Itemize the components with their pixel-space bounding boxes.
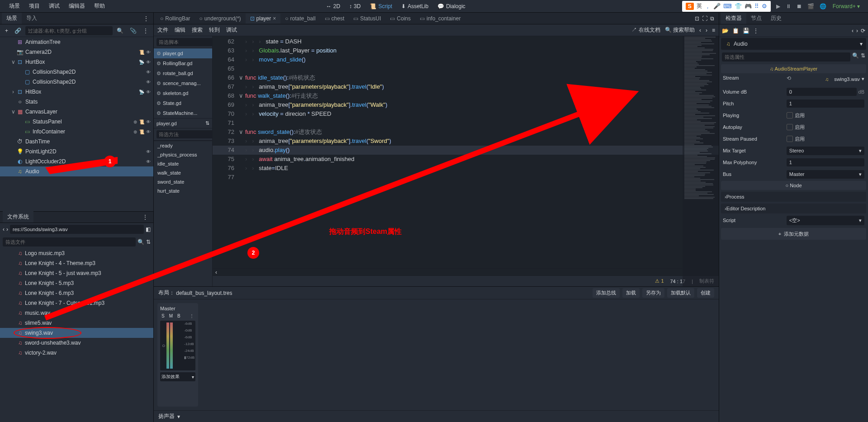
panel-toggle-icon[interactable]: ≡	[712, 27, 715, 33]
code-line[interactable]: 75› › await anima_tree.animation_finishe…	[213, 155, 719, 164]
menu-scene[interactable]: 场景	[5, 0, 24, 12]
code-editor[interactable]: 62› › › state = DASH63› › Globals.last_P…	[213, 36, 719, 286]
load-default-button[interactable]: 加载默认	[667, 288, 694, 298]
script-menu-search[interactable]: 搜索	[192, 26, 203, 34]
tree-node[interactable]: 📷 Camera2D 📜👁	[0, 47, 153, 57]
script-menu-file[interactable]: 文件	[157, 26, 168, 34]
script-item[interactable]: ⚙scence_manag...	[154, 78, 212, 88]
script-item[interactable]: ⚙StateMachine...	[154, 108, 212, 118]
ime-widget[interactable]: S 英 ， 🎤 ⌨ 👕 🎮 ⠿ ⚙	[682, 1, 771, 12]
add-metadata-button[interactable]: + 添加元数据	[721, 228, 866, 240]
load-bus-button[interactable]: 加载	[622, 288, 640, 298]
code-line[interactable]: 69› › anima_tree["parameters/playback"].…	[213, 100, 719, 109]
open-tab[interactable]: ▭Coins	[385, 14, 415, 24]
copy-icon[interactable]: 📋	[732, 28, 739, 34]
open-tab[interactable]: ▭chest	[320, 14, 349, 24]
code-line[interactable]: 63› › Globals.last_Player = position	[213, 46, 719, 55]
script-menu-goto[interactable]: 转到	[209, 26, 220, 34]
script-item[interactable]: ⚙State.gd	[154, 98, 212, 108]
solo-button[interactable]: S	[160, 313, 166, 319]
tree-node[interactable]: ♫ Audio	[0, 166, 153, 176]
tree-node[interactable]: ⏱ DashTime	[0, 137, 153, 147]
method-item[interactable]: hurt_state	[154, 186, 212, 195]
chevron-down-icon[interactable]: ▾	[862, 76, 864, 82]
attach-script-icon[interactable]: 📎	[128, 26, 139, 35]
renderer-select[interactable]: Forward+ ▾	[829, 1, 863, 11]
prop-input[interactable]	[787, 88, 857, 96]
more-icon[interactable]: ⋮	[753, 28, 759, 34]
prop-input[interactable]	[787, 158, 864, 166]
add-bus-button[interactable]: 添加总线	[593, 288, 620, 298]
open-tab[interactable]: ○rotate_ball	[280, 14, 320, 24]
search-icon[interactable]: 🔍	[852, 52, 859, 62]
file-row[interactable]: ♫victory-2.wav	[0, 348, 153, 358]
code-line[interactable]: 76› › state=IDLE	[213, 164, 719, 173]
open-tab[interactable]: ⊡player×	[246, 14, 281, 24]
nav-back-icon[interactable]: ‹	[699, 27, 701, 33]
minimap[interactable]	[683, 36, 719, 286]
code-line[interactable]: 64› › move_and_slide()	[213, 55, 719, 64]
tree-node[interactable]: ∨ ▦ CanvasLayer	[0, 107, 153, 117]
prop-select[interactable]: Master▾	[787, 170, 864, 179]
distraction-free-icon[interactable]: ⊡	[695, 15, 699, 22]
play-scene-button[interactable]: 🎬	[805, 1, 817, 11]
file-row[interactable]: ♫Lone Knight - 4 - Theme.mp3	[0, 258, 153, 268]
file-row[interactable]: ♫Lone Knight - 5 - just wave.mp3	[0, 268, 153, 278]
link-icon[interactable]: 🔗	[12, 26, 24, 35]
save-icon[interactable]: 💾	[743, 28, 749, 34]
fs-search-icon[interactable]: 🔍	[138, 239, 144, 245]
mode-script[interactable]: 📜Script	[365, 1, 397, 11]
add-effect-select[interactable]: 添加效果▾	[160, 372, 195, 381]
code-line[interactable]: 65	[213, 64, 719, 73]
code-line[interactable]: 62› › › state = DASH	[213, 37, 719, 46]
pause-button[interactable]: ⏸	[783, 1, 794, 11]
prop-select[interactable]: Stereo▾	[787, 147, 864, 155]
code-line[interactable]: 71	[213, 119, 719, 128]
method-item[interactable]: _ready	[154, 141, 212, 150]
script-item[interactable]: ⚙player.gd	[154, 48, 212, 58]
file-row[interactable]: ♫Lone Knight - 7 - Cutscene1.mp3	[0, 298, 153, 308]
bypass-button[interactable]: B	[176, 313, 182, 319]
tree-node[interactable]: ◐ LightOccluder2D 👁	[0, 156, 153, 166]
file-row[interactable]: ♫Lone Knight - 6.mp3	[0, 288, 153, 298]
code-line[interactable]: 66∨func idle_state():#待机状态	[213, 73, 719, 82]
warning-count[interactable]: ⚠ 1	[655, 278, 664, 284]
code-line[interactable]: 67› › anima_tree["parameters/playback"].…	[213, 82, 719, 91]
fs-back-icon[interactable]: ‹	[3, 226, 5, 232]
method-item[interactable]: idle_state	[154, 159, 212, 168]
menu-debug[interactable]: 调试	[44, 0, 64, 12]
tree-node[interactable]: 💡 PointLight2D 👁	[0, 147, 153, 156]
script-item[interactable]: ⚙rotate_ball.gd	[154, 68, 212, 78]
code-line[interactable]: 73› › anima_tree["parameters/playback"].…	[213, 137, 719, 146]
current-script[interactable]: player.gd⇅	[154, 118, 212, 128]
script-select[interactable]: <空>▾	[787, 216, 864, 225]
inspector-breadcrumb[interactable]: ♫ Audio ▾	[721, 38, 866, 50]
remote-button[interactable]: 🌐	[817, 1, 829, 11]
tab-history[interactable]: 历史	[766, 13, 786, 24]
stop-button[interactable]: ⏹	[794, 1, 805, 11]
sort-icon[interactable]: ⇅	[861, 52, 865, 62]
code-line[interactable]: 77	[213, 173, 719, 182]
method-list[interactable]: _ready_physics_processidle_statewalk_sta…	[154, 141, 212, 195]
tab-inspector[interactable]: 检查器	[721, 13, 746, 24]
reset-icon[interactable]: ⟲	[787, 75, 791, 81]
history-fwd-icon[interactable]: ›	[856, 28, 858, 34]
file-row[interactable]: ♫Lone Knight - 5.mp3	[0, 278, 153, 288]
float-icon[interactable]: ⧉	[710, 15, 714, 22]
chevron-down-icon[interactable]: ▾	[177, 413, 180, 420]
fs-forward-icon[interactable]: ›	[6, 226, 8, 232]
mode-dialogic[interactable]: 💬Dialogic	[433, 1, 470, 11]
tab-import[interactable]: 导入	[22, 13, 42, 24]
fs-filter-input[interactable]	[3, 237, 136, 247]
checkbox[interactable]	[787, 136, 793, 142]
code-line[interactable]: 68∨func walk_state():#行走状态	[213, 91, 719, 100]
tree-node[interactable]: ▭ InfoContainer ⊕📜👁	[0, 127, 153, 137]
tree-node[interactable]: ∨ ⊡ HurtBox 📡👁	[0, 57, 153, 67]
collapse-editor-desc[interactable]: › Editor Description	[721, 204, 866, 213]
open-tab[interactable]: ▭StatusUI	[349, 14, 385, 24]
open-tab[interactable]: ○underground(*)	[195, 14, 246, 24]
mute-button[interactable]: M	[168, 313, 174, 319]
open-icon[interactable]: 📂	[722, 28, 729, 34]
code-line[interactable]: 70› › velocity = direcion * SPEED	[213, 109, 719, 119]
file-row[interactable]: ♫slime5.wav	[0, 318, 153, 328]
